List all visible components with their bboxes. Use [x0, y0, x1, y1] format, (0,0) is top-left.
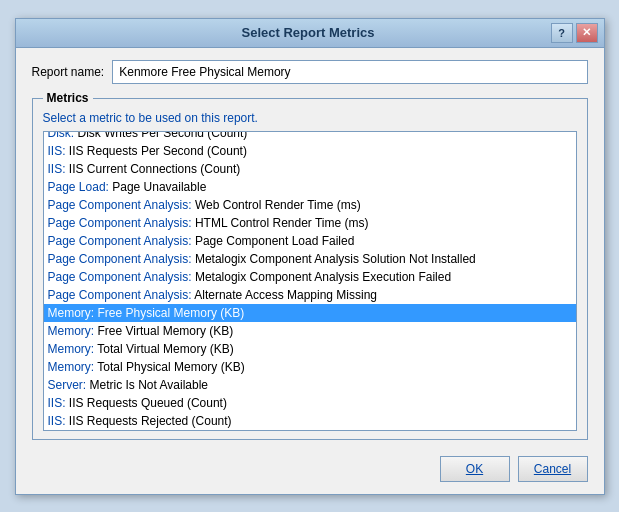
list-item[interactable]: Memory: Total Virtual Memory (KB) — [44, 340, 576, 358]
list-item[interactable]: IIS: IIS Requests Queued (Count) — [44, 394, 576, 412]
metrics-group: Metrics Select a metric to be used on th… — [32, 98, 588, 440]
list-item[interactable]: Page Component Analysis: HTML Control Re… — [44, 214, 576, 232]
list-item[interactable]: Page Component Analysis: Web Control Ren… — [44, 196, 576, 214]
metrics-description: Select a metric to be used on this repor… — [43, 111, 577, 125]
ok-button[interactable]: OK — [440, 456, 510, 482]
list-item[interactable]: Memory: Free Physical Memory (KB) — [44, 304, 576, 322]
list-item[interactable]: Disk: Disk Writes Per Second (Count) — [44, 131, 576, 142]
title-buttons: ? ✕ — [551, 23, 598, 43]
list-item[interactable]: IIS: IIS Requests Rejected (Count) — [44, 412, 576, 430]
report-name-row: Report name: — [32, 60, 588, 84]
list-item[interactable]: IIS: IIS Current Connections (Count) — [44, 160, 576, 178]
select-report-metrics-dialog: Select Report Metrics ? ✕ Report name: M… — [15, 18, 605, 495]
metrics-legend: Metrics — [43, 91, 93, 105]
list-item[interactable]: Memory: Free Virtual Memory (KB) — [44, 322, 576, 340]
report-name-label: Report name: — [32, 65, 105, 79]
list-item[interactable]: Page Load: Page Unavailable — [44, 178, 576, 196]
report-name-input[interactable] — [112, 60, 587, 84]
list-item[interactable]: Page Component Analysis: Page Component … — [44, 232, 576, 250]
list-item[interactable]: Page Component Analysis: Metalogix Compo… — [44, 268, 576, 286]
metrics-list[interactable]: CPU: CPU Usage Total - Privileged Time (… — [43, 131, 577, 431]
close-button[interactable]: ✕ — [576, 23, 598, 43]
dialog-footer: OK Cancel — [16, 450, 604, 494]
title-bar: Select Report Metrics ? ✕ — [16, 19, 604, 48]
list-item[interactable]: Page Component Analysis: Metalogix Compo… — [44, 250, 576, 268]
list-item[interactable]: Page Component Analysis: Alternate Acces… — [44, 286, 576, 304]
dialog-body: Report name: Metrics Select a metric to … — [16, 48, 604, 450]
cancel-button[interactable]: Cancel — [518, 456, 588, 482]
list-item[interactable]: Memory: Total Physical Memory (KB) — [44, 358, 576, 376]
help-button[interactable]: ? — [551, 23, 573, 43]
cancel-label: Cancel — [534, 462, 571, 476]
dialog-title: Select Report Metrics — [66, 25, 551, 40]
ok-label: OK — [466, 462, 483, 476]
list-item[interactable]: Server: Metric Is Not Available — [44, 376, 576, 394]
list-item[interactable]: IIS: IIS Requests Per Second (Count) — [44, 142, 576, 160]
